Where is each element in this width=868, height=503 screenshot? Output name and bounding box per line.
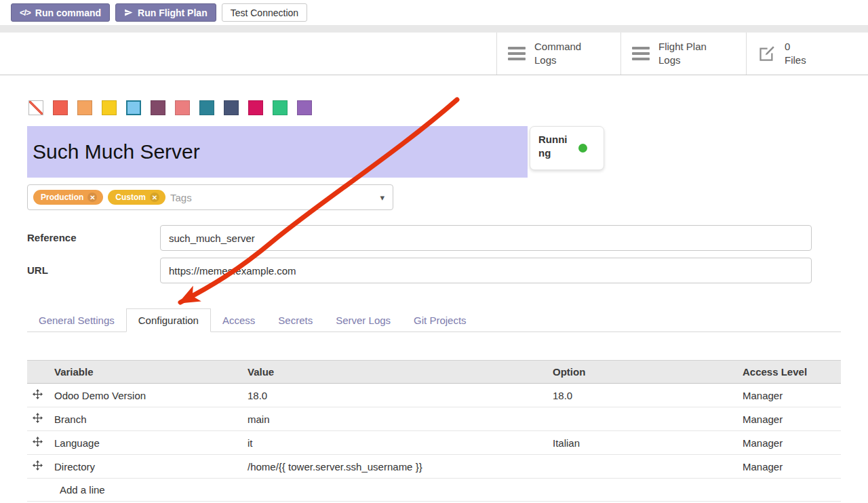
reference-row: Reference bbox=[27, 225, 841, 251]
status-dot-icon bbox=[578, 144, 587, 153]
cell-value[interactable]: /home/{{ tower.server.ssh_username }} bbox=[241, 455, 546, 479]
swatch-no-color[interactable] bbox=[28, 100, 43, 115]
cell-option[interactable]: 18.0 bbox=[546, 384, 736, 407]
table-row: Language it Italian Manager bbox=[27, 431, 841, 455]
status-indicator[interactable]: Running bbox=[530, 126, 604, 170]
reference-label: Reference bbox=[27, 225, 160, 243]
code-icon: </> bbox=[20, 7, 31, 18]
cell-variable[interactable]: Language bbox=[47, 431, 241, 455]
tags-placeholder: Tags bbox=[170, 192, 192, 203]
separator-band bbox=[0, 25, 868, 33]
files-button[interactable]: 0 Files bbox=[746, 33, 868, 75]
form-sheet: Such Much Server Running Production ✕ Cu… bbox=[0, 100, 868, 502]
cell-variable[interactable]: Branch bbox=[47, 407, 241, 431]
server-name: Such Much Server bbox=[33, 140, 200, 163]
cell-option[interactable] bbox=[546, 455, 736, 479]
page: </> Run command Run Flight Plan Test Con… bbox=[0, 0, 868, 502]
cell-access-level[interactable]: Manager bbox=[736, 384, 841, 407]
cell-value[interactable]: main bbox=[241, 407, 546, 431]
chevron-down-icon[interactable]: ▾ bbox=[380, 193, 384, 203]
color-picker bbox=[27, 100, 841, 115]
drag-handle-icon[interactable] bbox=[27, 431, 47, 455]
cell-access-level[interactable]: Manager bbox=[736, 431, 841, 455]
swatch-orange[interactable] bbox=[77, 100, 92, 115]
tab-server-logs[interactable]: Server Logs bbox=[324, 309, 402, 331]
tag-production-label: Production bbox=[41, 193, 83, 202]
url-input[interactable] bbox=[160, 258, 812, 283]
files-count-label: 0 Files bbox=[785, 40, 806, 68]
swatch-teal[interactable] bbox=[199, 100, 214, 115]
cell-value[interactable]: it bbox=[241, 431, 546, 455]
url-label: URL bbox=[27, 258, 160, 276]
column-header-access-level: Access Level bbox=[736, 361, 841, 384]
table-row: Odoo Demo Version 18.0 18.0 Manager bbox=[27, 384, 841, 407]
cell-access-level[interactable]: Manager bbox=[736, 407, 841, 431]
run-command-button[interactable]: </> Run command bbox=[11, 3, 110, 22]
top-toolbar: </> Run command Run Flight Plan Test Con… bbox=[0, 0, 868, 25]
tag-custom-label: Custom bbox=[115, 193, 146, 202]
drag-handle-icon[interactable] bbox=[27, 455, 47, 479]
status-label: Running bbox=[538, 133, 572, 163]
swatch-salmon-pink[interactable] bbox=[175, 100, 190, 115]
configuration-table: Variable Value Option Access Level Odoo … bbox=[27, 360, 841, 502]
drag-handle-icon[interactable] bbox=[27, 384, 47, 407]
tags-field[interactable]: Production ✕ Custom ✕ Tags ▾ bbox=[27, 184, 393, 210]
table-row: Directory /home/{{ tower.server.ssh_user… bbox=[27, 455, 841, 479]
add-line-row: Add a line bbox=[27, 479, 841, 502]
swatch-yellow[interactable] bbox=[102, 100, 117, 115]
tag-custom: Custom ✕ bbox=[108, 190, 165, 205]
add-a-line-link[interactable]: Add a line bbox=[27, 479, 841, 502]
paper-plane-icon bbox=[124, 8, 133, 17]
reference-input[interactable] bbox=[160, 225, 812, 251]
run-flight-plan-button[interactable]: Run Flight Plan bbox=[115, 3, 216, 22]
tab-access[interactable]: Access bbox=[211, 309, 267, 331]
swatch-raspberry[interactable] bbox=[248, 100, 263, 115]
tag-production: Production ✕ bbox=[33, 190, 103, 205]
swatch-dark-blue[interactable] bbox=[224, 100, 239, 115]
flight-plan-logs-button[interactable]: Flight Plan Logs bbox=[620, 33, 746, 75]
flight-plan-logs-label: Flight Plan Logs bbox=[658, 40, 715, 68]
tab-git-projects[interactable]: Git Projects bbox=[402, 309, 478, 331]
column-header-option: Option bbox=[546, 361, 736, 384]
cell-variable[interactable]: Odoo Demo Version bbox=[47, 384, 241, 407]
cell-option[interactable]: Italian bbox=[546, 431, 736, 455]
files-count: 0 bbox=[785, 40, 806, 54]
column-header-value: Value bbox=[241, 361, 546, 384]
cell-access-level[interactable]: Manager bbox=[736, 455, 841, 479]
cell-option[interactable] bbox=[546, 407, 736, 431]
test-connection-label: Test Connection bbox=[231, 7, 298, 18]
column-header-variable: Variable bbox=[47, 361, 241, 384]
form-header: Command Logs Flight Plan Logs 0 Files bbox=[0, 33, 868, 75]
remove-tag-icon[interactable]: ✕ bbox=[150, 193, 159, 202]
tab-secrets[interactable]: Secrets bbox=[267, 309, 324, 331]
url-row: URL bbox=[27, 258, 841, 283]
tab-configuration[interactable]: Configuration bbox=[126, 308, 211, 332]
test-connection-button[interactable]: Test Connection bbox=[222, 3, 307, 22]
notebook-tabs: General Settings Configuration Access Se… bbox=[27, 308, 841, 332]
title-row: Such Much Server Running bbox=[27, 126, 841, 178]
drag-handle-icon[interactable] bbox=[27, 407, 47, 431]
list-icon bbox=[508, 47, 526, 60]
cell-value[interactable]: 18.0 bbox=[241, 384, 546, 407]
list-icon bbox=[632, 47, 650, 60]
command-logs-button[interactable]: Command Logs bbox=[496, 33, 620, 75]
swatch-light-blue-selected[interactable] bbox=[126, 100, 141, 115]
table-row: Branch main Manager bbox=[27, 407, 841, 431]
tab-general-settings[interactable]: General Settings bbox=[27, 309, 126, 331]
table-header-row: Variable Value Option Access Level bbox=[27, 361, 841, 384]
files-label: Files bbox=[785, 54, 806, 67]
swatch-dark-purple[interactable] bbox=[151, 100, 165, 115]
swatch-red[interactable] bbox=[53, 100, 68, 115]
swatch-green[interactable] bbox=[273, 100, 288, 115]
pencil-square-icon bbox=[757, 45, 776, 63]
swatch-purple[interactable] bbox=[297, 100, 312, 115]
handle-column-header bbox=[27, 361, 47, 384]
cell-variable[interactable]: Directory bbox=[47, 455, 241, 479]
run-command-label: Run command bbox=[35, 7, 101, 18]
command-logs-label: Command Logs bbox=[534, 40, 591, 68]
remove-tag-icon[interactable]: ✕ bbox=[87, 193, 97, 202]
server-name-field[interactable]: Such Much Server bbox=[27, 126, 528, 178]
run-flight-plan-label: Run Flight Plan bbox=[138, 7, 208, 18]
